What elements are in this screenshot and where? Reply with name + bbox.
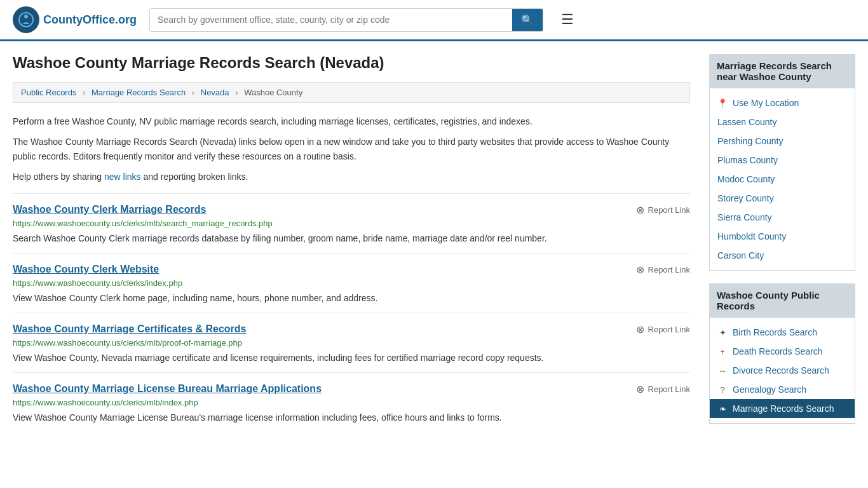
- location-icon: 📍: [717, 98, 728, 108]
- sidebar-nearby-item[interactable]: Carson City: [710, 246, 855, 265]
- sidebar-nearby-item[interactable]: Modoc County: [710, 170, 855, 189]
- sidebar-nearby-content: 📍 Use My Location Lassen CountyPershing …: [709, 88, 855, 271]
- sidebar-nearby-item[interactable]: Lassen County: [710, 112, 855, 132]
- record-type-label: Marriage Records Search: [733, 403, 834, 414]
- report-link-label: Report Link: [648, 384, 690, 394]
- record-title-0[interactable]: Washoe County Clerk Marriage Records: [13, 204, 206, 215]
- records-list: Washoe County Clerk Marriage Records ⊗ R…: [13, 193, 690, 432]
- sidebar-public-records-item[interactable]: ?Genealogy Search: [710, 380, 855, 399]
- breadcrumb-public-records[interactable]: Public Records: [21, 88, 76, 97]
- report-link-0[interactable]: ⊗ Report Link: [636, 204, 690, 216]
- record-url-1[interactable]: https://www.washoecounty.us/clerks/index…: [13, 278, 690, 288]
- record-type-label: Birth Records Search: [733, 327, 817, 337]
- report-link-1[interactable]: ⊗ Report Link: [636, 264, 690, 276]
- record-item: Washoe County Marriage License Bureau Ma…: [13, 372, 690, 432]
- sidebar-nearby-header: Marriage Records Search near Washoe Coun…: [709, 54, 855, 88]
- breadcrumb-nevada[interactable]: Nevada: [201, 88, 229, 97]
- report-icon: ⊗: [636, 383, 644, 395]
- report-link-2[interactable]: ⊗ Report Link: [636, 323, 690, 336]
- record-desc-1: View Washoe County Clerk home page, incl…: [13, 292, 690, 305]
- sidebar-nearby-item[interactable]: Pershing County: [710, 132, 855, 151]
- use-my-location[interactable]: 📍 Use My Location: [710, 93, 855, 112]
- search-button[interactable]: 🔍: [512, 9, 543, 31]
- svg-point-0: [17, 11, 35, 29]
- record-type-label: Genealogy Search: [733, 384, 806, 395]
- description: Perform a free Washoe County, NV public …: [13, 114, 690, 184]
- record-type-label: Divorce Records Search: [733, 365, 829, 376]
- content-area: Washoe County Marriage Records Search (N…: [13, 54, 690, 437]
- svg-point-2: [24, 15, 28, 18]
- report-icon: ⊗: [636, 204, 644, 216]
- header: CountyOffice.org 🔍 ☰: [0, 0, 868, 41]
- report-icon: ⊗: [636, 264, 644, 276]
- record-type-icon: ❧: [717, 404, 728, 414]
- sidebar-nearby-item[interactable]: Sierra County: [710, 208, 855, 227]
- sidebar-public-records-section: Washoe County Public Records ✦Birth Reco…: [709, 283, 855, 424]
- record-title-1[interactable]: Washoe County Clerk Website: [13, 264, 159, 275]
- breadcrumb-washoe: Washoe County: [244, 88, 302, 97]
- report-link-label: Report Link: [648, 325, 690, 334]
- search-bar: 🔍: [149, 8, 543, 32]
- record-type-icon: +: [717, 347, 728, 356]
- sidebar-public-records-items: ✦Birth Records Search+Death Records Sear…: [710, 323, 855, 418]
- record-desc-2: View Washoe County, Nevada marriage cert…: [13, 351, 690, 365]
- search-icon: 🔍: [521, 15, 534, 25]
- sidebar-nearby-item[interactable]: Plumas County: [710, 151, 855, 170]
- record-item: Washoe County Marriage Certificates & Re…: [13, 313, 690, 372]
- record-url-2[interactable]: https://www.washoecounty.us/clerks/mlb/p…: [13, 338, 690, 348]
- sidebar-public-records-item[interactable]: +Death Records Search: [710, 342, 855, 361]
- logo-area[interactable]: CountyOffice.org: [13, 6, 137, 33]
- report-link-label: Report Link: [648, 205, 690, 215]
- record-title-3[interactable]: Washoe County Marriage License Bureau Ma…: [13, 383, 322, 395]
- report-icon: ⊗: [636, 323, 644, 336]
- record-type-icon: ?: [717, 385, 728, 395]
- record-type-icon: ↔: [717, 366, 728, 376]
- report-link-label: Report Link: [648, 265, 690, 274]
- desc-para1: Perform a free Washoe County, NV public …: [13, 114, 690, 128]
- breadcrumb: Public Records › Marriage Records Search…: [13, 82, 690, 103]
- desc-para3: Help others by sharing new links and rep…: [13, 170, 690, 184]
- record-type-label: Death Records Search: [733, 346, 823, 356]
- record-title-2[interactable]: Washoe County Marriage Certificates & Re…: [13, 323, 247, 335]
- report-link-3[interactable]: ⊗ Report Link: [636, 383, 690, 395]
- sidebar-public-records-item[interactable]: ❧Marriage Records Search: [710, 399, 855, 418]
- record-url-0[interactable]: https://www.washoecounty.us/clerks/mlb/s…: [13, 219, 690, 228]
- record-item: Washoe County Clerk Marriage Records ⊗ R…: [13, 193, 690, 253]
- new-links-link[interactable]: new links: [104, 172, 141, 182]
- sidebar-public-records-item[interactable]: ✦Birth Records Search: [710, 323, 855, 342]
- desc-para2: The Washoe County Marriage Records Searc…: [13, 135, 690, 163]
- logo-icon: [13, 6, 39, 33]
- sidebar-public-records-item[interactable]: ↔Divorce Records Search: [710, 361, 855, 380]
- sidebar: Marriage Records Search near Washoe Coun…: [709, 54, 855, 437]
- page-title: Washoe County Marriage Records Search (N…: [13, 54, 690, 72]
- record-url-3[interactable]: https://www.washoecounty.us/clerks/mlb/i…: [13, 398, 690, 407]
- record-item: Washoe County Clerk Website ⊗ Report Lin…: [13, 253, 690, 313]
- menu-button[interactable]: ☰: [556, 9, 579, 30]
- record-desc-3: View Washoe County Marriage License Bure…: [13, 411, 690, 424]
- sidebar-nearby-item[interactable]: Storey County: [710, 189, 855, 208]
- sidebar-nearby-items: Lassen CountyPershing CountyPlumas Count…: [710, 112, 855, 265]
- sidebar-nearby-item[interactable]: Humboldt County: [710, 227, 855, 246]
- record-type-icon: ✦: [717, 328, 728, 337]
- search-input[interactable]: [150, 9, 512, 31]
- sidebar-public-records-header: Washoe County Public Records: [709, 283, 855, 318]
- sidebar-public-records-content: ✦Birth Records Search+Death Records Sear…: [709, 318, 855, 424]
- main-container: Washoe County Marriage Records Search (N…: [0, 41, 868, 449]
- sidebar-nearby-section: Marriage Records Search near Washoe Coun…: [709, 54, 855, 271]
- breadcrumb-marriage-records[interactable]: Marriage Records Search: [92, 88, 186, 97]
- record-desc-0: Search Washoe County Clerk marriage reco…: [13, 232, 690, 245]
- logo-text: CountyOffice.org: [43, 13, 137, 27]
